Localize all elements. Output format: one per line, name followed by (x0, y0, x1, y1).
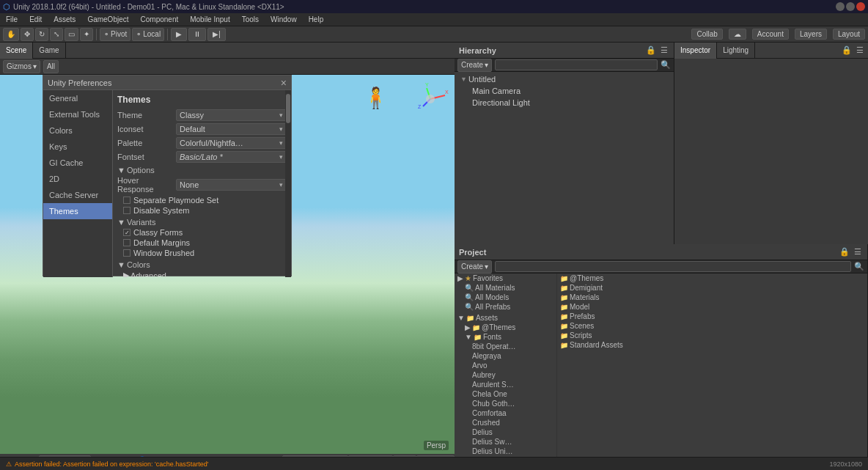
menu-tools[interactable]: Tools (239, 15, 262, 23)
prefs-nav-cache-server[interactable]: Cache Server (43, 187, 112, 203)
prefs-nav-themes[interactable]: Themes (43, 203, 112, 219)
menu-component[interactable]: Component (138, 15, 182, 23)
inspector-menu-icon[interactable]: ☰ (855, 45, 865, 56)
classy-forms-checkbox[interactable]: ✓ (123, 229, 130, 236)
menu-assets[interactable]: Assets (51, 15, 78, 23)
close-button[interactable] (856, 2, 865, 11)
account-button[interactable]: Account (752, 29, 789, 40)
prefs-nav-2d[interactable]: 2D (43, 171, 112, 187)
asset-scripts[interactable]: 📁 Scripts (557, 331, 867, 340)
project-menu-icon[interactable]: ☰ (853, 247, 863, 257)
prefs-nav-gi-cache[interactable]: GI Cache (43, 155, 112, 171)
cloud-button[interactable]: ☁ (729, 29, 746, 40)
menu-edit[interactable]: Edit (26, 15, 45, 23)
tree-delius-uni[interactable]: Delius Uni… (455, 447, 556, 456)
step-button[interactable]: ▶| (207, 28, 226, 41)
tree-chub[interactable]: Chub Goth… (455, 399, 556, 408)
prefs-nav-keys[interactable]: Keys (43, 139, 112, 155)
colors-toggle[interactable]: ▼ Colors (117, 260, 287, 269)
gizmos-button[interactable]: Gizmos ▾ (3, 60, 40, 73)
asset-themes[interactable]: 📁 @Themes (557, 273, 867, 283)
prefs-nav-general[interactable]: General (43, 90, 112, 106)
asset-materials-label: Materials (570, 293, 600, 301)
disable-system-checkbox[interactable] (123, 207, 130, 214)
combined-tool-button[interactable]: ✦ (80, 28, 93, 41)
prefs-nav-external-tools[interactable]: External Tools (43, 106, 112, 122)
palette-dropdown[interactable]: Colorful/Nightfa… ▾ (176, 137, 287, 149)
layout-button[interactable]: Layout (833, 29, 865, 40)
tree-chela[interactable]: Chela One (455, 389, 556, 399)
rect-tool-button[interactable]: ▭ (65, 28, 78, 41)
asset-demigiant[interactable]: 📁 Demigiant (557, 283, 867, 293)
preferences-close-button[interactable]: × (281, 77, 287, 89)
menu-mobile-input[interactable]: Mobile Input (187, 15, 232, 23)
hierarchy-create-button[interactable]: Create ▾ (457, 59, 492, 72)
hierarchy-item-main-camera[interactable]: Main Camera (457, 85, 671, 97)
iconset-dropdown[interactable]: Default ▾ (176, 123, 287, 135)
collab-button[interactable]: Collab (691, 29, 722, 40)
scale-tool-button[interactable]: ⤡ (50, 28, 63, 41)
tab-scene[interactable]: Scene (0, 43, 33, 59)
tree-comfortaa[interactable]: Comfortaa (455, 408, 556, 418)
menu-file[interactable]: File (3, 15, 21, 23)
tree-all-models[interactable]: 🔍 All Models (455, 293, 556, 302)
project-search-input[interactable] (495, 261, 851, 272)
project-create-button[interactable]: Create ▾ (457, 260, 492, 273)
svg-text:Y: Y (425, 82, 429, 87)
window-brushed-checkbox[interactable] (123, 249, 130, 257)
variants-toggle[interactable]: ▼ Variants (117, 218, 287, 227)
hand-tool-button[interactable]: ✋ (3, 28, 19, 41)
prefs-scrollbar[interactable] (285, 90, 291, 277)
play-button[interactable]: ▶ (171, 28, 187, 41)
tab-lighting[interactable]: Lighting (717, 43, 755, 59)
minimize-button[interactable] (836, 2, 845, 11)
project-lock-icon[interactable]: 🔒 (839, 247, 850, 257)
asset-materials[interactable]: 📁 Materials (557, 293, 867, 302)
hierarchy-search-input[interactable] (495, 59, 658, 70)
asset-scenes[interactable]: 📁 Scenes (557, 321, 867, 331)
default-margins-checkbox[interactable] (123, 239, 130, 246)
tree-all-materials[interactable]: 🔍 All Materials (455, 283, 556, 293)
hierarchy-lock-icon[interactable]: 🔒 (646, 45, 656, 56)
tree-delius-sw[interactable]: Delius Sw… (455, 437, 556, 447)
inspector-lock-icon[interactable]: 🔒 (842, 45, 852, 56)
tree-favorites[interactable]: ▶ ★ Favorites (455, 273, 556, 283)
tree-assets[interactable]: ▼ 📁 Assets (455, 313, 556, 323)
tree-alegraya[interactable]: Alegraya (455, 351, 556, 361)
rotate-tool-button[interactable]: ↻ (35, 28, 48, 41)
tree-themes[interactable]: ▶ 📁 @Themes (455, 323, 556, 332)
tree-crushed[interactable]: Crushed (455, 418, 556, 427)
hierarchy-menu-icon[interactable]: ☰ (659, 45, 669, 56)
menu-window[interactable]: Window (268, 15, 300, 23)
pivot-button[interactable]: ⚬ Pivot (100, 28, 130, 41)
tree-delius[interactable]: Delius (455, 427, 556, 437)
tab-game[interactable]: Game (33, 43, 65, 59)
move-tool-button[interactable]: ✥ (21, 28, 34, 41)
maximize-button[interactable] (846, 2, 855, 11)
tree-arvo[interactable]: Arvo (455, 361, 556, 370)
prefs-nav-colors[interactable]: Colors (43, 122, 112, 139)
menu-help[interactable]: Help (306, 15, 327, 23)
tab-inspector[interactable]: Inspector (674, 43, 717, 59)
tree-all-prefabs[interactable]: 🔍 All Prefabs (455, 302, 556, 312)
local-button[interactable]: ⚬ Local (132, 28, 164, 41)
options-toggle[interactable]: ▼ Options (117, 166, 287, 175)
tree-fonts[interactable]: ▼ 📁 Fonts (455, 332, 556, 342)
separate-playmode-checkbox[interactable] (123, 197, 130, 204)
prefs-scrollbar-thumb[interactable] (286, 94, 290, 123)
all-layers-button[interactable]: All (43, 60, 59, 73)
hierarchy-item-directional-light[interactable]: Directional Light (457, 97, 671, 109)
hierarchy-item-untitled[interactable]: ▼ Untitled (457, 73, 671, 85)
tree-aurulent[interactable]: Aurulent S… (455, 380, 556, 389)
asset-model[interactable]: 📁 Model (557, 302, 867, 312)
tree-aubrey[interactable]: Aubrey (455, 370, 556, 380)
theme-dropdown[interactable]: Classy ▾ (176, 109, 287, 121)
pause-button[interactable]: ⏸ (188, 28, 206, 41)
hover-response-dropdown[interactable]: None ▾ (176, 179, 287, 191)
asset-prefabs[interactable]: 📁 Prefabs (557, 312, 867, 321)
tree-8bit[interactable]: 8bit Operat… (455, 342, 556, 351)
fontset-dropdown[interactable]: Basic/Lato * ▾ (176, 151, 287, 163)
menu-gameobject[interactable]: GameObject (84, 15, 131, 23)
asset-standard-assets[interactable]: 📁 Standard Assets (557, 340, 867, 350)
layers-button[interactable]: Layers (795, 29, 827, 40)
